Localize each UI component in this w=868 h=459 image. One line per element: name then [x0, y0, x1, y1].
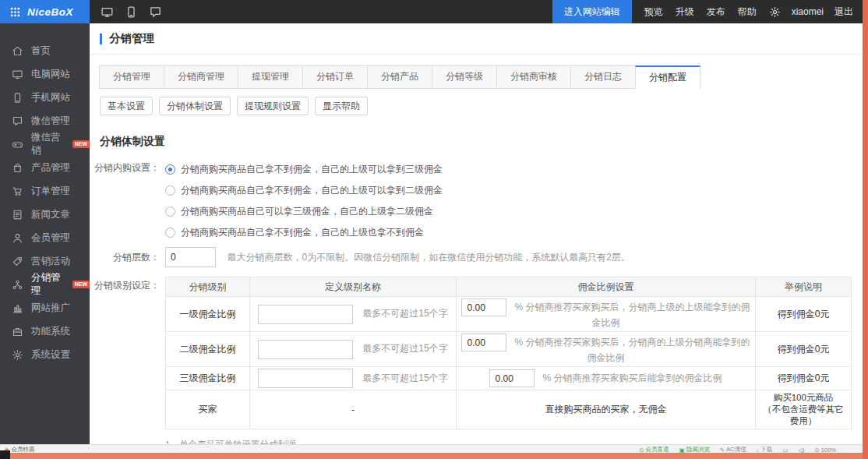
basic-settings-button[interactable]: 基本设置 [100, 97, 153, 115]
bottom-orange-strip [0, 453, 868, 459]
table-row-level3: 三级佣金比例 最多不可超过15个字 % 分销商推荐买家购买后能拿到的佣金比例 得… [166, 367, 852, 390]
level3-name-input[interactable] [258, 369, 353, 388]
col-header-level: 分销级别 [166, 277, 250, 297]
sidebar-item-functions[interactable]: 功能系统 [0, 320, 90, 343]
tab-distribution-mgmt[interactable]: 分销管理 [99, 65, 164, 89]
chat-icon [12, 115, 23, 127]
ratio-description: % 分销商推荐买家购买后，分销商上级的上级能拿到的佣金比例 [514, 302, 750, 328]
radio-option-2[interactable]: 分销商购买商品自己拿不到佣金，自己的上级可以拿到二级佣金 [165, 180, 443, 201]
distribution-layers-row: 分销层数： 最大分销商层数，0为不限制。因微信分销限制，如在微信使用分销功能，系… [90, 247, 863, 267]
sidebar-item-label: 电脑网站 [31, 68, 70, 81]
level3-ratio-input[interactable] [489, 369, 535, 387]
radio-selected-icon[interactable] [165, 164, 175, 175]
example-cell: 得到佣金0元 [756, 332, 852, 367]
sidebar-item-label: 会员管理 [31, 231, 70, 245]
preview-link[interactable]: 预览 [644, 5, 663, 19]
window-icon: ▭ [782, 447, 788, 454]
phone-icon [12, 92, 23, 104]
level1-ratio-input[interactable] [461, 298, 506, 316]
taskbar-item-speaker[interactable]: ◁) [798, 447, 804, 454]
logout-link[interactable]: 退出 [834, 5, 853, 19]
taskbar-item-zoom[interactable]: ⊙100% [815, 447, 836, 454]
level-cell: 一级佣金比例 [166, 297, 250, 332]
username[interactable]: xiaomei [792, 6, 824, 17]
radio-option-3[interactable]: 分销商购买商品自己可以拿三级佣金，自己的上级拿二级佣金 [165, 201, 443, 222]
publish-link[interactable]: 发布 [707, 5, 725, 19]
tab-withdraw-mgmt[interactable]: 提现管理 [238, 65, 303, 89]
level1-name-input[interactable] [258, 305, 353, 324]
taskbar-strip: ◆会员特惠 ⊙会员直通 ▣隐藏浏览 ✎AC清理 ↓下载 ▭ ◁) ⊙100% [0, 444, 863, 453]
logo-area[interactable]: NiceBoX [0, 0, 90, 23]
col-header-name: 定义级别名称 [250, 277, 457, 297]
sidebar-item-settings[interactable]: 系统设置 [0, 343, 90, 366]
apps-grid-icon[interactable] [9, 6, 21, 18]
sidebar-item-label: 订单管理 [31, 185, 70, 198]
sidebar-item-label: 新闻文章 [31, 208, 70, 221]
layers-label: 分销层数： [90, 251, 160, 264]
sidebar-item-products[interactable]: 产品管理 [0, 156, 90, 179]
tab-distribution-orders[interactable]: 分销订单 [302, 65, 368, 89]
note-line-1: 1、单个产品可单独设置分成利润 [165, 438, 863, 444]
settings-gear-icon[interactable] [769, 6, 781, 18]
example-cell: 得到佣金0元 [756, 297, 852, 332]
system-settings-button[interactable]: 分销体制设置 [159, 97, 231, 115]
tab-distribution-config[interactable]: 分销配置 [635, 65, 700, 89]
sidebar-item-marketing[interactable]: 营销活动 [0, 249, 90, 273]
sidebar-item-members[interactable]: 会员管理 [0, 226, 90, 249]
tab-distribution-levels[interactable]: 分销等级 [432, 65, 497, 89]
sidebar-item-wechat-marketing[interactable]: 微信营销NEW [0, 132, 90, 156]
mobile-site-icon[interactable] [125, 5, 138, 19]
taskbar-item-browse[interactable]: ▣隐藏浏览 [679, 446, 710, 453]
radio-option-4[interactable]: 分销商购买商品自己拿不到佣金，自己的上级也拿不到佣金 [165, 222, 443, 243]
right-orange-strip [863, 0, 868, 459]
topbar-right: 进入网站编辑 预览 升级 发布 帮助 xiaomei 退出 [552, 0, 863, 23]
section-heading-system: 分销体制设置 [100, 135, 863, 149]
sidebar-item-promotion[interactable]: 网站推广 [0, 296, 90, 320]
radio-icon[interactable] [165, 228, 175, 238]
purchase-options: 分销商购买商品自己拿不到佣金，自己的上级可以拿到三级佣金 分销商购买商品自己拿不… [165, 159, 443, 243]
wechat-icon[interactable] [149, 5, 162, 19]
layers-input[interactable] [165, 247, 216, 267]
buyer-name-cell: - [250, 390, 457, 429]
col-header-example: 举例说明 [756, 277, 852, 297]
upgrade-link[interactable]: 升级 [676, 5, 694, 19]
withdraw-rules-button[interactable]: 提现规则设置 [237, 97, 309, 115]
table-row-level1: 一级佣金比例 最多不可超过15个字 % 分销商推荐买家购买后，分销商上级的上级能… [166, 297, 852, 332]
tab-distribution-logs[interactable]: 分销日志 [570, 65, 636, 89]
grade-label: 分销级别设定： [90, 277, 160, 292]
sidebar-item-pc-site[interactable]: 电脑网站 [0, 62, 90, 86]
radio-option-label: 分销商购买商品自己拿不到佣金，自己的上级可以拿到三级佣金 [181, 163, 443, 176]
sidebar-item-news[interactable]: 新闻文章 [0, 203, 90, 226]
help-link[interactable]: 帮助 [738, 5, 757, 19]
show-help-button[interactable]: 显示帮助 [315, 97, 368, 115]
grade-table: 分销级别 定义级别名称 佣金比例设置 举例说明 一级佣金比例 最多不可超过15个… [165, 277, 852, 429]
level2-name-input[interactable] [258, 340, 353, 359]
download-icon: ↓ [756, 447, 759, 454]
ratio-description: % 分销商推荐买家购买后，分销商的上级分销商能拿到的佣金比例 [514, 337, 750, 363]
sidebar: 首页 电脑网站 手机网站 微信管理 微信营销NEW 产品管理 订单管理 新闻文章… [0, 23, 90, 444]
taskbar-item-window[interactable]: ▭ [782, 447, 788, 454]
table-header-row: 分销级别 定义级别名称 佣金比例设置 举例说明 [166, 277, 852, 297]
taskbar-item-clean[interactable]: ✎AC清理 [720, 446, 746, 453]
topbar: NiceBoX 进入网站编辑 预览 升级 发布 帮助 xiaomei 退出 [0, 0, 863, 23]
sidebar-item-orders[interactable]: 订单管理 [0, 179, 90, 203]
taskbar-item-download[interactable]: ↓下载 [756, 446, 772, 453]
sidebar-item-label: 微信管理 [31, 115, 70, 128]
title-accent-bar [100, 34, 102, 44]
sidebar-item-wechat-mgmt[interactable]: 微信管理 [0, 109, 90, 132]
taskbar-item-member[interactable]: ⊙会员直通 [639, 446, 669, 453]
tab-distribution-products[interactable]: 分销产品 [367, 65, 432, 89]
enter-site-editor-button[interactable]: 进入网站编辑 [552, 0, 632, 23]
desktop-site-icon[interactable] [101, 5, 114, 19]
taskbar-right-items: ⊙会员直通 ▣隐藏浏览 ✎AC清理 ↓下载 ▭ ◁) ⊙100% [639, 446, 836, 453]
radio-option-1[interactable]: 分销商购买商品自己拿不到佣金，自己的上级可以拿到三级佣金 [165, 159, 443, 180]
sidebar-item-home[interactable]: 首页 [0, 39, 90, 62]
sidebar-item-distribution[interactable]: 分销管理NEW [0, 273, 90, 296]
tab-distributor-review[interactable]: 分销商审核 [496, 65, 571, 89]
sidebar-item-mobile-site[interactable]: 手机网站 [0, 86, 90, 109]
radio-icon[interactable] [165, 207, 175, 217]
example-cell: 得到佣金0元 [756, 367, 852, 390]
radio-icon[interactable] [165, 185, 175, 196]
level2-ratio-input[interactable] [461, 334, 506, 351]
tab-distributor-mgmt[interactable]: 分销商管理 [164, 65, 238, 89]
